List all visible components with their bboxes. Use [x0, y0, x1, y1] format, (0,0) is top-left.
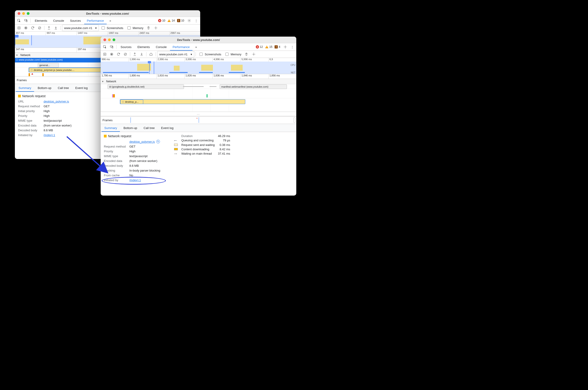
kv-key: Initial priority [18, 109, 40, 113]
disclosure-icon[interactable] [102, 80, 104, 83]
upload-icon[interactable] [46, 25, 52, 31]
reload-icon[interactable] [30, 25, 36, 31]
clear-icon[interactable] [122, 51, 129, 57]
memory-toggle[interactable]: Memory [125, 26, 145, 30]
target-select[interactable]: www.youtube.com #1▾ [62, 25, 99, 31]
main-tab-row: Elements Console Sources Performance » ✕… [15, 17, 200, 24]
kv-key: Request method [18, 104, 40, 108]
screenshots-toggle[interactable]: Screenshots [197, 52, 223, 56]
lower-tab-eventlog[interactable]: Event log [73, 84, 90, 92]
select-element-icon[interactable] [101, 44, 108, 50]
svg-rect-1 [24, 19, 27, 21]
kv-key: Initiated by [18, 133, 40, 137]
lower-tab-summary[interactable]: Summary [101, 124, 120, 132]
timing-swatch: ⟞ [174, 152, 178, 155]
reload-icon[interactable] [115, 51, 122, 57]
tab-sources[interactable]: Sources [118, 43, 134, 50]
range-handle[interactable] [15, 35, 19, 38]
network-waterfall[interactable]: id (googleads.g.doubleclick.net) manifes… [101, 84, 296, 112]
svg-point-3 [189, 20, 190, 21]
more-tabs-icon[interactable]: » [193, 44, 199, 50]
error-count: 12 [260, 45, 263, 49]
warning-count: 15 [269, 45, 272, 49]
download-icon[interactable] [53, 25, 59, 31]
gc-icon[interactable] [145, 25, 152, 31]
tab-performance[interactable]: Performance [84, 17, 107, 24]
kv-value: (from service worker) [44, 124, 71, 127]
lower-tab-calltree[interactable]: Call tree [55, 84, 72, 92]
minimize-icon[interactable] [108, 39, 111, 41]
tab-sources[interactable]: Sources [67, 17, 84, 24]
range-handle[interactable] [148, 61, 151, 63]
overview-timeline[interactable]: 996 ms 1,996 ms 2,996 ms 3,996 ms 4,996 … [101, 58, 296, 74]
kv-value[interactable]: desktop_polymer.js [44, 100, 71, 103]
close-icon[interactable] [103, 39, 106, 41]
select-element-icon[interactable] [16, 18, 22, 24]
gear-icon[interactable] [153, 25, 159, 31]
summary-panel: Network request desktop_polymer.js⇅Reque… [101, 132, 296, 184]
play-icon[interactable] [16, 25, 22, 31]
device-toggle-icon[interactable] [108, 44, 115, 50]
download-icon[interactable] [139, 51, 145, 57]
lower-tab-bottomup[interactable]: Bottom-up [35, 84, 54, 92]
kv-value[interactable]: desktop_polymer.js⇅ [129, 140, 160, 144]
timing-value: 0.38 ms [218, 143, 230, 146]
lower-tab-calltree[interactable]: Call tree [141, 124, 157, 132]
lower-tab-bottomup[interactable]: Bottom-up [121, 124, 140, 132]
tab-elements[interactable]: Elements [135, 43, 153, 50]
target-select[interactable]: www.youtube.com #1 ▾ [157, 51, 194, 57]
titlebar[interactable]: DevTools - www.youtube.com/ [15, 10, 200, 17]
window-controls[interactable] [101, 39, 115, 41]
device-toggle-icon[interactable] [23, 18, 29, 24]
kv-value: GET [44, 104, 71, 108]
gc-icon[interactable] [243, 51, 250, 57]
close-icon[interactable] [18, 12, 20, 15]
kv-value[interactable]: (index):1 [44, 133, 71, 137]
lower-tab-eventlog[interactable]: Event log [158, 124, 176, 132]
cpu-label: CPU [291, 64, 295, 66]
titlebar[interactable]: DevTools - www.youtube.com/ [101, 37, 296, 43]
issue-badges[interactable]: ✕12 15 4 [256, 45, 282, 49]
scrollbar[interactable] [294, 117, 295, 123]
upload-icon[interactable] [132, 51, 138, 57]
clear-icon[interactable] [36, 25, 43, 31]
kv-value: In-body parser blocking [129, 169, 160, 172]
gear-icon[interactable] [282, 44, 289, 50]
table-row[interactable]: manifest.webmanifest (www.youtube.com) [208, 84, 296, 89]
gear-icon[interactable] [250, 51, 257, 57]
play-icon[interactable] [101, 51, 108, 57]
minimize-icon[interactable] [22, 12, 25, 15]
disclosure-icon[interactable] [16, 53, 18, 57]
kv-key: Priority [104, 149, 126, 153]
kv-key: Blocking [104, 169, 126, 172]
home-icon[interactable] [148, 51, 154, 57]
tab-performance[interactable]: Performance [170, 43, 193, 50]
tab-elements[interactable]: Elements [32, 17, 50, 24]
update-icon[interactable]: ⇅ [156, 140, 160, 144]
frames-strip[interactable]: Frames [101, 116, 296, 124]
tab-console[interactable]: Console [50, 17, 67, 24]
record-icon[interactable] [23, 25, 29, 31]
js-icon [31, 69, 33, 71]
error-count: 10 [162, 19, 165, 22]
issue-badges[interactable]: ✕10 14 10 [158, 19, 186, 22]
more-menu-icon[interactable]: ⋮ [193, 18, 199, 24]
collapsed-section[interactable]: … [101, 112, 296, 116]
gear-icon[interactable] [186, 18, 193, 24]
record-icon[interactable] [108, 51, 115, 57]
lower-tab-summary[interactable]: Summary [16, 84, 34, 92]
summary-title: Network request [104, 134, 160, 138]
tab-console[interactable]: Console [153, 43, 170, 50]
devtools-window-front: DevTools - www.youtube.com/ Sources Elem… [101, 37, 296, 195]
more-tabs-icon[interactable]: » [107, 18, 113, 24]
zoom-icon[interactable] [27, 12, 30, 15]
more-menu-icon[interactable]: ⋮ [289, 44, 295, 50]
window-controls[interactable] [15, 12, 30, 15]
screenshots-toggle[interactable]: Screenshots [99, 26, 125, 30]
detail-ruler[interactable]: 1,796 ms 1,806 ms 1,816 ms 1,826 ms 1,83… [101, 74, 296, 79]
network-section-header[interactable]: Network [101, 79, 296, 84]
svg-point-6 [25, 27, 26, 28]
zoom-icon[interactable] [113, 39, 115, 41]
timing-value: 8.42 ms [218, 147, 230, 151]
memory-toggle[interactable]: Memory [223, 52, 243, 56]
